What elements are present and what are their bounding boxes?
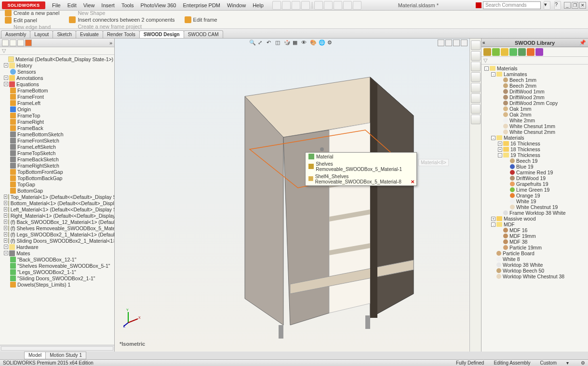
status-units[interactable]: Custom — [540, 360, 557, 366]
library-item[interactable]: Worktop White Chestnut 38 — [482, 274, 587, 279]
tree-item[interactable]: FrameTopSketch — [0, 150, 114, 156]
library-item[interactable]: -Laminates — [482, 71, 587, 77]
expander-icon[interactable]: + — [4, 232, 7, 236]
expander-icon[interactable]: + — [491, 217, 495, 221]
library-item[interactable]: Particle 19mm — [482, 245, 587, 250]
library-item[interactable]: Orange 19 — [482, 193, 587, 198]
property-manager-tab[interactable] — [10, 39, 16, 46]
tree-item[interactable]: TopBottomBackGap — [0, 175, 114, 181]
tree-item[interactable]: FrameFront — [0, 93, 114, 100]
menu-photoview-360[interactable]: PhotoView 360 — [138, 1, 179, 9]
library-item[interactable]: +16 Thickness — [482, 141, 587, 146]
orientation-triad[interactable]: Y X Z — [123, 308, 143, 327]
options-button[interactable] — [343, 1, 352, 10]
close-icon[interactable]: ✕ — [579, 2, 586, 9]
menu-view[interactable]: View — [80, 1, 98, 9]
bottom-tab-model[interactable]: Model — [24, 352, 46, 359]
tree-item[interactable]: TopBottomFrontGap — [0, 169, 114, 175]
view-palette-tab[interactable] — [471, 72, 481, 82]
tree-item[interactable]: +Mates — [0, 250, 114, 256]
insert-connectors-button[interactable]: Insert connectors between 2 components — [69, 16, 174, 23]
minimize-icon[interactable]: _ — [564, 2, 571, 9]
expander-icon[interactable]: + — [498, 142, 502, 146]
tree-item[interactable]: +Top_Material<1> (Default<<Default>_Disp… — [0, 194, 114, 200]
library-item[interactable]: Beech 2mm — [482, 83, 587, 89]
tree-horizontal-scrollbar[interactable] — [0, 345, 114, 352]
new-button[interactable] — [272, 1, 281, 10]
view-settings-icon[interactable]: ⚙ — [327, 39, 335, 47]
config-manager-tab[interactable] — [17, 39, 24, 46]
library-filter[interactable]: ▽ — [481, 57, 588, 65]
menu-help[interactable]: Help — [250, 1, 267, 9]
expander-icon[interactable]: + — [4, 238, 7, 243]
tree-item[interactable]: "Legs_SWOODBox2_1-1" — [0, 269, 114, 275]
tree-root[interactable]: Material (Default<Default_Display State-… — [0, 56, 114, 62]
select-button[interactable] — [324, 1, 333, 10]
library-item[interactable]: DriftWood 2mm — [482, 94, 587, 100]
expander-icon[interactable]: + — [4, 82, 8, 86]
lib-frame-icon[interactable] — [501, 48, 508, 56]
new-shape-button[interactable]: New Shape — [69, 10, 174, 16]
bottom-tab-motion-study-1[interactable]: Motion Study 1 — [45, 352, 86, 359]
library-item[interactable]: White Chestnut 19 — [482, 204, 587, 210]
menu-enterprise-pdm[interactable]: Enterprise PDM — [180, 1, 223, 9]
section-view-icon[interactable]: ◫ — [275, 39, 283, 47]
tree-item[interactable]: Origin — [0, 106, 114, 112]
undo-button[interactable] — [314, 1, 323, 10]
swood-resources-tab[interactable] — [471, 40, 481, 50]
restore-icon[interactable]: ❐ — [572, 2, 578, 9]
search-commands-input[interactable]: Search Commands — [483, 1, 541, 9]
tree-item[interactable]: "Shelves Removeable_SWOODBox_5-1" — [0, 262, 114, 269]
expander-icon[interactable]: + — [4, 245, 8, 249]
print-button[interactable] — [301, 1, 310, 10]
display-style-icon[interactable]: ▦ — [293, 39, 300, 47]
expander-icon[interactable]: + — [4, 76, 8, 80]
expander-icon[interactable]: - — [491, 136, 495, 140]
tree-item[interactable]: TopGap — [0, 181, 114, 187]
tree-item[interactable]: FrameBackSketch — [0, 156, 114, 162]
menu-tools[interactable]: Tools — [119, 1, 137, 9]
lib-panel-icon[interactable] — [483, 48, 491, 56]
tab-render-tools[interactable]: Render Tools — [103, 30, 140, 38]
expander-icon[interactable]: - — [491, 72, 495, 77]
appearances-tab[interactable] — [471, 83, 481, 92]
lib-edge-icon[interactable] — [527, 48, 535, 56]
tree-item[interactable]: FrameTop — [0, 112, 114, 118]
zoom-area-icon[interactable]: ⤢ — [258, 39, 266, 47]
tree-item[interactable]: +(f) Legs_SWOODBox2_1_Material<1> (Defau… — [0, 231, 114, 237]
library-item[interactable]: MDF 38 — [482, 239, 587, 245]
library-item[interactable]: Beech 1mm — [482, 77, 587, 83]
tab-swood-cam[interactable]: SWOOD CAM — [184, 30, 223, 38]
library-item[interactable]: White 2mm — [482, 118, 587, 123]
tab-sketch[interactable]: Sketch — [53, 30, 76, 38]
tree-item[interactable]: FrameLeftSketch — [0, 144, 114, 150]
tab-evaluate[interactable]: Evaluate — [76, 30, 103, 38]
tree-item[interactable]: +Equations — [0, 81, 114, 87]
tree-item[interactable]: FrameBottom — [0, 87, 114, 93]
library-item[interactable]: DriftWood 2mm Copy — [482, 100, 587, 106]
library-item[interactable]: +18 Thickness — [482, 146, 587, 152]
lib-connector-icon[interactable] — [509, 48, 517, 56]
create-new-panel-button[interactable]: Create a new panel — [5, 10, 59, 16]
library-item[interactable]: White 8 — [482, 256, 587, 262]
library-item[interactable]: Oak 1mm — [482, 106, 587, 112]
viewport-close-icon[interactable] — [461, 39, 468, 46]
tree-item[interactable]: FrameLeft — [0, 100, 114, 106]
library-item[interactable]: -19 Thickness — [482, 152, 587, 158]
save-button[interactable] — [292, 1, 300, 10]
library-item[interactable]: Particle Board — [482, 250, 587, 256]
library-item[interactable]: White Chesnut 2mm — [482, 129, 587, 135]
library-item[interactable]: Grapefruits 19 — [482, 181, 587, 187]
tree-item[interactable]: BottomGap — [0, 187, 114, 194]
menu-insert[interactable]: Insert — [98, 1, 118, 9]
tree-item[interactable]: "Sliding Doors_SWOODBox2_1-1" — [0, 275, 114, 281]
popup-close-icon[interactable]: ✕ — [411, 179, 414, 184]
edit-frame-button[interactable]: Edit frame — [185, 16, 217, 23]
library-item[interactable]: MDF 16 — [482, 227, 587, 233]
expander-icon[interactable]: - — [498, 153, 502, 157]
tree-item[interactable]: FrameFrontSketch — [0, 137, 114, 144]
status-settings-icon[interactable]: ⚙ — [581, 360, 585, 366]
library-item[interactable]: -Materials — [482, 65, 587, 71]
expander-icon[interactable]: - — [484, 66, 489, 71]
tree-item[interactable]: FrameBottomSketch — [0, 131, 114, 137]
